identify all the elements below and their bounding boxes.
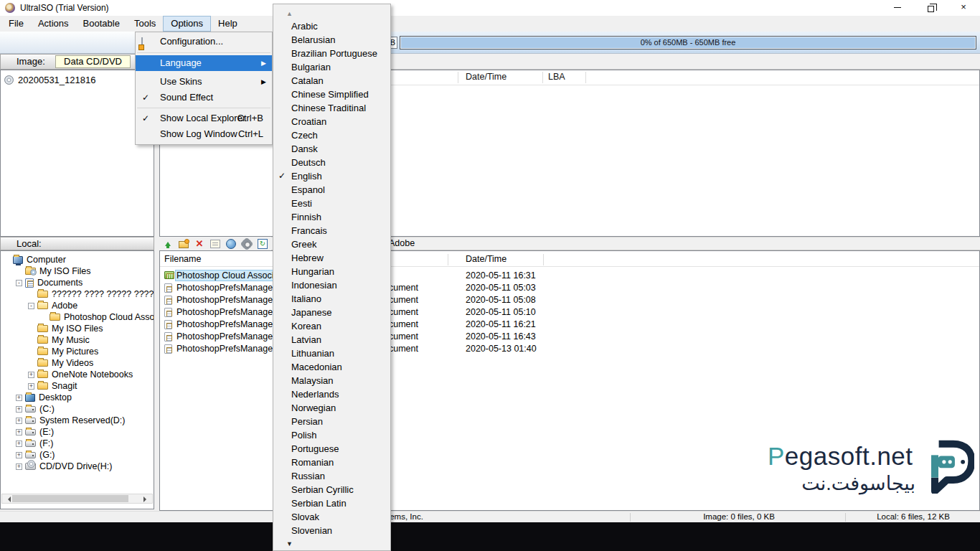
language-option[interactable]: ✓ Espanol — [273, 183, 390, 197]
language-option[interactable]: ✓ Lithuanian — [273, 347, 390, 360]
restore-button[interactable] — [914, 0, 947, 16]
refresh-icon[interactable]: ↻ — [258, 239, 268, 249]
menu-options[interactable]: Options — [163, 16, 211, 32]
column-filename[interactable]: Filename — [164, 254, 201, 264]
menu-help[interactable]: Help — [211, 16, 245, 32]
language-option[interactable]: ✓ Indonesian — [273, 278, 390, 292]
language-option[interactable]: ✓ Finnish — [273, 210, 390, 224]
language-option[interactable]: ✓ Greek — [273, 237, 390, 251]
language-option[interactable]: ✓ Russian — [273, 469, 390, 483]
column-datetime[interactable]: Date/Time — [466, 72, 507, 82]
tree-item[interactable]: ?????? ???? ????? ???? — [2, 288, 154, 300]
tree-item[interactable]: + CD/DVD Drive(H:) — [2, 461, 154, 472]
language-option[interactable]: ✓ Norwegian — [273, 401, 390, 415]
language-option[interactable]: ✓ Japanese — [273, 306, 390, 319]
tree-item[interactable]: - Adobe — [2, 300, 154, 311]
menu-item-use-skins[interactable]: Use Skins ▶ — [136, 74, 272, 90]
browse-web-icon[interactable] — [226, 239, 236, 249]
language-option[interactable]: ✓ Francais — [273, 224, 390, 237]
column-datetime[interactable]: Date/Time — [466, 254, 507, 264]
tree-item[interactable]: Computer — [2, 254, 154, 265]
language-option[interactable]: ✓ Brazilian Portuguese — [273, 47, 390, 60]
up-directory-icon[interactable] — [163, 239, 173, 249]
scroll-left-icon[interactable] — [5, 496, 11, 502]
tree-item[interactable]: + OneNote Notebooks — [2, 369, 154, 380]
language-option[interactable]: ✓ Korean — [273, 319, 390, 333]
tree-expander[interactable]: + — [16, 441, 22, 447]
delete-icon[interactable]: ✕ — [194, 239, 204, 249]
tree-item[interactable]: + (F:) — [2, 438, 154, 449]
settings-gear-icon[interactable] — [242, 239, 252, 249]
scroll-right-icon[interactable] — [143, 496, 149, 502]
language-option[interactable]: ✓ Slovak — [273, 510, 390, 524]
menu-item-language[interactable]: Language ▶ — [136, 55, 272, 71]
tree-item[interactable]: + Desktop — [2, 392, 154, 403]
tree-item[interactable]: + Snagit — [2, 380, 154, 392]
language-option[interactable]: ✓ Macedonian — [273, 360, 390, 374]
language-option[interactable]: ✓ Catalan — [273, 74, 390, 88]
menu-bootable[interactable]: Bootable — [76, 16, 127, 32]
tree-expander[interactable]: + — [28, 372, 34, 378]
language-option[interactable]: ✓ Chinese Simplified — [273, 88, 390, 101]
tree-expander[interactable]: - — [16, 280, 22, 286]
new-folder-icon[interactable] — [179, 241, 189, 248]
tree-item[interactable]: My ISO Files — [2, 265, 154, 277]
tree-expander[interactable]: + — [16, 463, 22, 470]
tree-item[interactable]: My Videos — [2, 357, 154, 369]
tree-item[interactable]: Photoshop Cloud Associates — [2, 311, 154, 323]
language-option[interactable]: ✓ Croatian — [273, 115, 390, 128]
tree-expander[interactable]: + — [16, 452, 22, 458]
language-option[interactable]: ✓ Persian — [273, 415, 390, 428]
rename-icon[interactable] — [210, 240, 220, 248]
language-option[interactable]: ✓ Eesti — [273, 197, 390, 210]
tree-item[interactable]: + (G:) — [2, 449, 154, 461]
tree-expander[interactable]: - — [28, 303, 34, 309]
menu-item-sound-effect[interactable]: ✓ Sound Effect — [136, 90, 272, 105]
menu-tools[interactable]: Tools — [127, 16, 163, 32]
image-root-item[interactable]: 20200531_121816 — [4, 75, 95, 85]
tree-expander[interactable]: + — [16, 395, 22, 401]
language-option[interactable]: ✓ Deutsch — [273, 156, 390, 169]
language-option[interactable]: ✓ Polish — [273, 428, 390, 442]
media-type-box[interactable]: Data CD/DVD — [55, 55, 131, 68]
tree-item[interactable]: My Music — [2, 334, 154, 346]
language-option[interactable]: ✓ Bulgarian — [273, 60, 390, 74]
language-option[interactable]: ✓ Portuguese — [273, 442, 390, 456]
language-option[interactable]: ✓ Arabic — [273, 19, 390, 33]
menu-item-show-log-window[interactable]: Show Log Window Ctrl+L — [136, 126, 272, 142]
language-option[interactable]: ✓ Romanian — [273, 456, 390, 469]
tree-item[interactable]: + (C:) — [2, 403, 154, 415]
language-option[interactable]: ✓ Malaysian — [273, 374, 390, 387]
language-option[interactable]: ✓ Chinese Traditinal — [273, 101, 390, 115]
tree-item[interactable]: - Documents — [2, 277, 154, 288]
language-option[interactable]: ✓ Dansk — [273, 142, 390, 156]
column-lba[interactable]: LBA — [548, 72, 565, 82]
tree-item[interactable]: + (E:) — [2, 426, 154, 438]
language-option[interactable]: ✓ Serbian Latin — [273, 496, 390, 510]
tree-horizontal-scrollbar[interactable] — [1, 494, 153, 504]
language-option[interactable]: ✓ Hebrew — [273, 251, 390, 265]
language-option[interactable]: ✓ Italiano — [273, 292, 390, 306]
menu-item-show-local-explorer[interactable]: ✓ Show Local Explorer Ctrl+B — [136, 110, 272, 126]
scroll-up-icon[interactable]: ▲ — [286, 10, 293, 17]
language-option[interactable]: ✓ Serbian Cyrillic — [273, 483, 390, 496]
scrollbar-thumb[interactable] — [12, 495, 128, 502]
menu-item-configuration[interactable]: Configuration... — [136, 32, 272, 50]
language-option[interactable]: ✓ Belarusian — [273, 33, 390, 47]
language-option[interactable]: ✓ Hungarian — [273, 265, 390, 278]
language-option[interactable]: ✓ Czech — [273, 128, 390, 142]
tree-item[interactable]: + System Reserved(D:) — [2, 415, 154, 426]
scroll-down-icon[interactable]: ▼ — [286, 540, 293, 547]
minimize-button[interactable] — [881, 0, 914, 16]
tree-expander[interactable]: + — [16, 406, 22, 413]
menu-file[interactable]: File — [1, 16, 31, 32]
menu-actions[interactable]: Actions — [31, 16, 76, 32]
tree-item[interactable]: My ISO Files — [2, 323, 154, 334]
language-option[interactable]: ✓ Latvian — [273, 333, 390, 347]
tree-item[interactable]: My Pictures — [2, 346, 154, 357]
tree-expander[interactable]: + — [16, 429, 22, 435]
tree-expander[interactable]: + — [16, 418, 22, 424]
language-option[interactable]: ✓ Nederlands — [273, 387, 390, 401]
language-option[interactable]: ✓ Slovenian — [273, 524, 390, 537]
close-button[interactable]: × — [947, 0, 980, 16]
